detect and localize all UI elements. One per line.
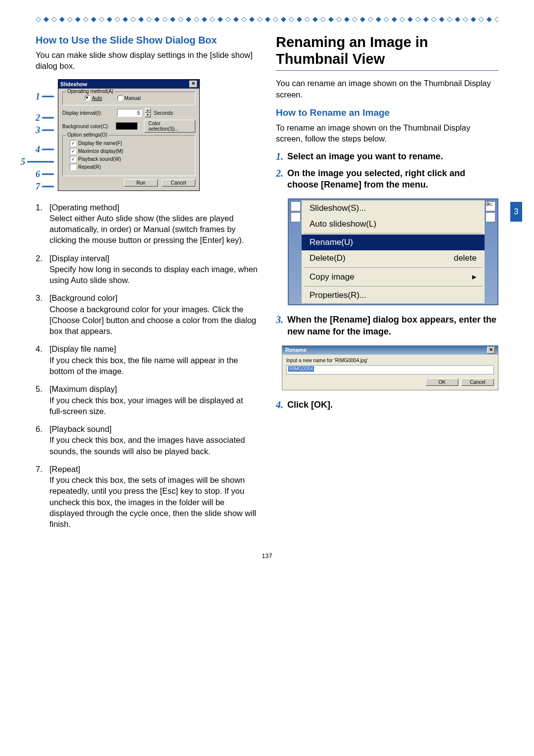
thumb-cell: [486, 212, 495, 222]
radio-auto[interactable]: Auto: [85, 95, 102, 101]
callout-7: 7: [36, 182, 40, 192]
callout-4: 4: [36, 144, 40, 155]
label-interval: Display interval(I):: [62, 110, 114, 116]
menu-separator: [304, 286, 483, 286]
section-heading-slideshow-dialog: How to Use the Slide Show Dialog Box: [36, 34, 258, 47]
menu-item-slideshow[interactable]: Slideshow(S)...: [302, 200, 485, 216]
input-interval[interactable]: 5: [117, 109, 142, 117]
menu-item-delete[interactable]: Delete(D)delete: [302, 250, 485, 266]
section-heading-renaming: Renaming an Image in Thumbnail View: [276, 34, 498, 67]
slideshow-dialog: Slideshow ✕ Operating method(A) Auto Man…: [58, 79, 200, 191]
callout-2: 2: [36, 113, 40, 123]
step-3: 3.When the [Rename] dialog box appears, …: [276, 314, 498, 337]
rename-input[interactable]: RIMG0004: [286, 365, 494, 375]
rename-dialog-title: Rename: [285, 347, 307, 354]
page-number: 137: [36, 552, 498, 560]
menu-item-properties[interactable]: Properties(R)...: [302, 287, 485, 303]
intro-text: You can make slide show display settings…: [36, 49, 258, 72]
thumb-cell: [291, 212, 301, 222]
menu-separator: [304, 267, 483, 268]
chapter-tab: 3: [510, 202, 522, 222]
step-4: 4.Click [OK].: [276, 399, 498, 411]
close-icon[interactable]: ✕: [189, 81, 197, 88]
rename-intro: You can rename an image shown on the Thu…: [276, 78, 498, 100]
label-seconds: Seconds: [154, 110, 173, 116]
desc-5: 5.[Maximum display]If you check this box…: [36, 383, 258, 417]
menu-item-copy-image[interactable]: Copy image▸: [302, 269, 485, 285]
radio-manual[interactable]: Manual: [117, 95, 141, 101]
close-icon[interactable]: ✕: [487, 347, 495, 354]
group-option-settings: Option settings(O): [66, 132, 109, 138]
slideshow-dialog-figure: 1 2 3 4 5 6 7 Slideshow ✕: [36, 79, 258, 192]
cancel-button[interactable]: Cancel: [162, 179, 195, 187]
thumb-cell: [291, 201, 301, 211]
callout-6: 6: [36, 169, 40, 180]
desc-6: 6.[Playback sound]If you check this box,…: [36, 424, 258, 457]
menu-item-auto-slideshow[interactable]: Auto slideshow(L): [302, 216, 485, 232]
rename-dialog: Rename ✕ Input a new name for 'RIMG0004.…: [282, 345, 498, 390]
bgcolor-swatch: [116, 122, 138, 130]
thumb-cell: ƏC: [486, 201, 495, 211]
menu-item-rename[interactable]: Rename(U): [302, 235, 485, 250]
step-1: 1.Select an image you want to rename.: [276, 151, 498, 162]
check-playback-sound[interactable]: ✓Playback sound(W): [70, 156, 191, 162]
desc-7: 7.[Repeat]If you check this box, the set…: [36, 464, 258, 530]
color-selection-button[interactable]: Color selection(S)...: [144, 120, 195, 133]
callout-1: 1: [36, 92, 40, 102]
subheading-how-to-rename: How to Rename an Image: [276, 107, 498, 119]
menu-separator: [304, 233, 483, 234]
interval-spinner[interactable]: ▴▾: [145, 108, 151, 117]
desc-2: 2.[Display interval]Specify how long in …: [36, 253, 258, 286]
desc-4: 4.[Display file name]If you check this b…: [36, 343, 258, 377]
callout-3: 3: [36, 125, 40, 136]
desc-1: 1.[Operating method]Select either Auto s…: [36, 202, 258, 246]
option-descriptions: 1.[Operating method]Select either Auto s…: [36, 202, 258, 530]
rename-sub-intro: To rename an image shown on the Thumbnai…: [276, 122, 498, 144]
decorative-border-top: ◇◆◇◆◇◆◇◆◇◆◇◆◇◆◇◆◇◆◇◆◇◆◇◆◇◆◇◆◇◆◇◆◇◆◇◆◇◆◇◆…: [36, 15, 498, 23]
callout-5: 5: [21, 157, 25, 167]
desc-3: 3.[Background color]Choose a background …: [36, 292, 258, 336]
divider: [276, 70, 498, 71]
check-maximize-display[interactable]: ✓Maximize display(M): [70, 148, 191, 154]
run-button[interactable]: Run: [124, 179, 158, 187]
ok-button[interactable]: OK: [426, 378, 458, 386]
label-bgcolor: Background color(C):: [62, 124, 113, 129]
step-2: 2.On the image you selected, right click…: [276, 168, 498, 191]
dialog-title: Slideshow: [60, 81, 87, 87]
cancel-button[interactable]: Cancel: [461, 378, 494, 386]
check-display-file-name[interactable]: ✓Display file name(F): [70, 140, 191, 146]
rename-prompt: Input a new name for 'RIMG0004.jpg': [286, 358, 494, 363]
group-operating-method: Operating method(A): [66, 89, 115, 94]
check-repeat[interactable]: Repeat(R): [70, 164, 191, 170]
context-menu-figure: Slideshow(S)... Auto slideshow(L) Rename…: [288, 198, 498, 305]
chevron-right-icon: ▸: [472, 272, 477, 282]
